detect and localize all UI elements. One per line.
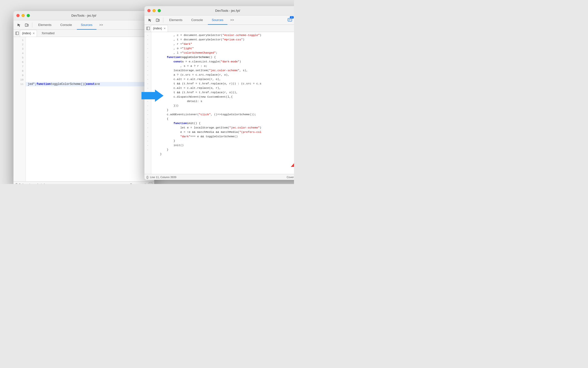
gutter-18: - [144,108,151,112]
close-button-2[interactable] [147,9,151,12]
separator-2 [163,18,163,23]
svg-rect-2 [16,32,19,35]
code-lines-2: , c = document.querySelector("#color-sch… [151,32,294,174]
format-icon-2[interactable]: {} [146,175,149,179]
svg-rect-8 [288,18,292,21]
code-line-w2-14: t && (t.href = t.href.replace(r, o))), [151,90,294,95]
svg-rect-0 [25,24,27,26]
window-title-1: DevTools - jec.fyi/ [71,14,96,17]
chat-badge: 1 [290,16,294,19]
code-container-2: - - - - - - - - - - - - - - - - - - - - [144,32,294,174]
code-line-w2-1: , c = document.querySelector("#color-sch… [151,33,294,37]
gutter-25: - [144,139,151,143]
inspect-icon-1[interactable] [15,22,22,28]
file-tab-close-1[interactable]: ✕ [33,32,35,35]
maximize-button-2[interactable] [158,9,161,12]
code-line-4 [26,51,154,56]
more-tabs-1[interactable]: >> [97,23,105,27]
tab-sources-2[interactable]: Sources [208,15,227,25]
code-line-w2-22: let e = localStorage.getItem("jec.color-… [151,126,294,130]
gutter-26: - [144,143,151,148]
line-num-9: 9 [13,73,25,78]
tab-elements-2[interactable]: Elements [165,15,186,25]
tab-sources-1[interactable]: Sources [77,20,96,30]
file-tab-close-2[interactable]: ✕ [164,27,166,30]
code-line-w2-4: , o = "light" [151,46,294,51]
code-line-2 [26,42,154,47]
device-icon-1[interactable] [23,22,30,28]
gutter-13: - [144,86,151,90]
line-num-1: 1 [13,38,25,42]
format-icon-1[interactable]: {} [15,183,18,184]
source-panel-1: (index) ✕ :formatted 1 2 3 4 5 6 7 8 9 1… [13,30,154,184]
panel-icon-2[interactable] [145,26,151,31]
code-line-w2-11: c.alt = c.alt.replace(r, o), [151,77,294,81]
source-panel-2: (index) ✕ - - - - - - - - - - - - - - [144,25,294,180]
svg-rect-1 [27,24,28,26]
line-num-11: 11 [13,82,25,86]
devtools-window-1: DevTools - jec.fyi/ Elements Console Sou… [13,11,154,184]
toolbar-1: Elements Console Sources >> [13,20,154,30]
file-tab-index-1[interactable]: (index) ✕ [20,30,37,37]
chat-icon-2[interactable]: 1 [286,17,293,23]
maximize-button-1[interactable] [27,14,30,17]
tab-console-2[interactable]: Console [187,15,207,25]
gutter-23: - [144,130,151,134]
gutter-2i: - [144,37,151,42]
code-line-w2-19: c.addEventListener("click", ()=>toggleCo… [151,112,294,117]
gutter-6: - [144,55,151,59]
devtools-window-2: DevTools - jec.fyi/ Elements Console Sou… [144,6,294,180]
svg-rect-6 [156,19,158,22]
code-line-w2-23: e = !e && matchMedia && matchMedia("(pre… [151,130,294,134]
code-line-w2-20: { [151,117,294,121]
gutter-9: - [144,68,151,73]
code-line-1 [26,38,154,42]
panel-icon-1[interactable] [14,31,20,36]
code-line-5 [26,56,154,60]
code-line-w2-16: detail: s [151,99,294,104]
line-num-5: 5 [13,56,25,60]
gutter-27: - [144,148,151,152]
file-tab-index-2[interactable]: (index) ✕ [151,25,168,32]
code-line-w2-15: c.dispatchEvent(new CustomEvent(l,{ [151,95,294,99]
code-line-w2-12: t && (t.href = t.href.replace(o, r))) : … [151,81,294,86]
titlebar-1: DevTools - jec.fyi/ [13,11,154,20]
gutter-28 [144,152,151,156]
minimize-button-1[interactable] [22,14,25,17]
code-line-w2-18: } [151,108,294,112]
gutter-2: - - - - - - - - - - - - - - - - - - - - [144,32,151,174]
titlebar-2: DevTools - jec.fyi/ [144,6,294,15]
gutter-1: - [144,33,151,37]
gutter-21: - [144,121,151,126]
svg-rect-7 [158,19,159,21]
line-num-3: 3 [13,47,25,51]
line-num-10: 10 [13,78,25,82]
line-num-2: 2 [13,42,25,47]
code-line-10 [26,78,154,82]
code-line-w2-21: function init() { [151,121,294,126]
gutter-10: - [144,73,151,77]
tab-console-1[interactable]: Console [56,20,76,30]
minimize-button-2[interactable] [153,9,156,12]
coverage-icon-1[interactable]: ↑ [149,182,152,184]
more-tabs-2[interactable]: >> [228,18,236,22]
code-line-w2-17: })) [151,104,294,108]
gutter-19: - [144,112,151,117]
code-line-w2-13: c.alt = c.alt.replace(o, r), [151,86,294,90]
gutter-15: - [144,95,151,99]
close-button-1[interactable] [16,14,20,17]
device-icon-2[interactable] [154,17,161,23]
code-container-1: 1 2 3 4 5 6 7 8 9 10 11 [13,37,154,181]
tab-elements-1[interactable]: Elements [34,20,55,30]
file-tabs-1: (index) ✕ :formatted [13,30,154,37]
code-line-w2-27: } [151,148,294,152]
gutter-5: - [144,51,151,55]
file-tab-formatted-1[interactable]: :formatted [37,30,59,37]
inspect-icon-2[interactable] [146,17,153,23]
gutter-8: - [144,64,151,68]
svg-rect-12 [147,27,150,30]
status-right-2: Coverage: n/a ↑ [287,175,294,179]
code-line-w2-6: function toggleColorScheme() { [151,55,294,59]
status-bar-2: {} Line 11, Column 3939 Coverage: n/a ↑ [144,174,294,180]
gutter-22: - [144,126,151,130]
